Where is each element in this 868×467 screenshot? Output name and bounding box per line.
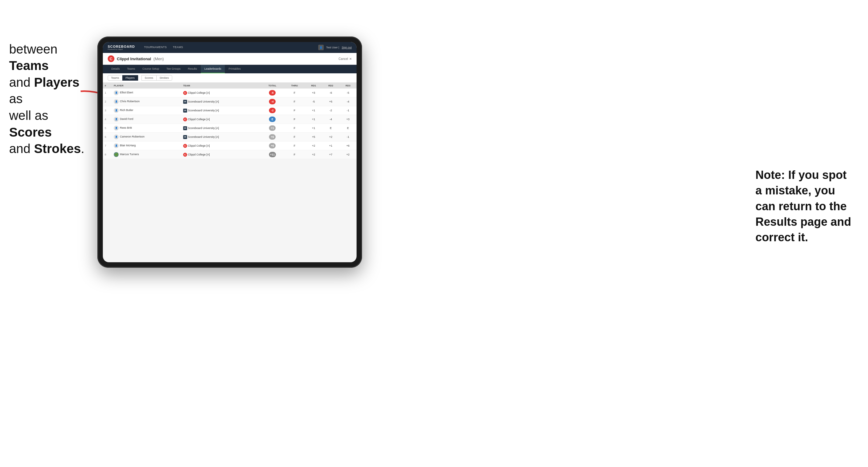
cell-rd1: +1 [305, 106, 322, 115]
leaderboard-table: # PLAYER TEAM TOTAL THRU RD1 RD2 RD3 1👤E… [103, 83, 356, 159]
team-logo-icon: SB [183, 135, 187, 139]
sign-out-link[interactable]: Sign out [342, 46, 352, 49]
cell-total: -4 [261, 97, 284, 106]
table-row: 3👤Rich ButlerSB Scoreboard University [A… [103, 106, 356, 115]
logo-subtitle: Powered by clippd [108, 49, 135, 50]
cell-player: 👤Elliot Ebert [112, 89, 181, 97]
cell-team: SB Scoreboard University [A] [181, 133, 261, 142]
cell-total: -8 [261, 89, 284, 97]
cell-total: +6 [261, 133, 284, 142]
app-header: SCOREBOARD Powered by clippd TOURNAMENTS… [103, 42, 356, 53]
cell-rd1: +3 [305, 89, 322, 97]
cell-player: 👤Rich Butler [112, 106, 181, 115]
cell-rd2: E [322, 124, 339, 133]
cell-thru: F [284, 150, 305, 159]
player-avatar: 👤 [114, 134, 119, 139]
cell-rd3: -1 [339, 133, 356, 142]
cell-thru: F [284, 133, 305, 142]
nav-tournaments[interactable]: TOURNAMENTS [141, 42, 170, 53]
cell-team: C Clippd College [A] [181, 150, 261, 159]
table-header: # PLAYER TEAM TOTAL THRU RD1 RD2 RD3 [103, 83, 356, 89]
subtab-players[interactable]: Players [122, 75, 138, 81]
left-annotation: between Teams and Players as well as Sco… [9, 24, 94, 157]
results-bold: Results [755, 215, 797, 228]
tab-teams[interactable]: Teams [124, 65, 139, 73]
cell-rd1: +1 [305, 115, 322, 124]
team-logo-icon: C [183, 118, 187, 121]
teams-bold: Teams [9, 58, 49, 73]
tab-tee-groups[interactable]: Tee Groups [163, 65, 184, 73]
cell-rd3: E [339, 124, 356, 133]
cell-total: E [261, 115, 284, 124]
subtab-teams[interactable]: Teams [108, 75, 123, 81]
cell-rd1: +1 [305, 124, 322, 133]
subtab-scores[interactable]: Scores [142, 75, 157, 81]
tablet-screen: SCOREBOARD Powered by clippd TOURNAMENTS… [103, 42, 356, 262]
col-rd2: RD2 [322, 83, 339, 89]
cell-thru: F [284, 124, 305, 133]
cell-rd2: +7 [322, 150, 339, 159]
subtab-strokes[interactable]: Strokes [156, 75, 173, 81]
cell-rd1: -5 [305, 97, 322, 106]
team-logo-icon: C [183, 144, 187, 148]
right-annotation: Note: If you spot a mistake, you can ret… [755, 167, 859, 245]
player-avatar: 👤 [114, 126, 119, 130]
cell-rd2: +2 [322, 133, 339, 142]
tab-course-setup[interactable]: Course Setup [139, 65, 163, 73]
col-total: TOTAL [261, 83, 284, 89]
tab-leaderboards[interactable]: Leaderboards [201, 65, 225, 73]
table-row: 4👤David FordC Clippd College [A]EF+1-4+3 [103, 115, 356, 124]
col-rd3: RD3 [339, 83, 356, 89]
cell-player: 🌿Marcus Turners [112, 150, 181, 159]
scoreboard-logo: SCOREBOARD Powered by clippd [108, 45, 135, 50]
player-avatar: 🌿 [114, 152, 119, 157]
score-badge: +6 [269, 143, 276, 149]
user-avatar: 👤 [318, 45, 324, 50]
cell-team: C Clippd College [A] [181, 142, 261, 150]
cell-rd2: +5 [322, 97, 339, 106]
score-badge: +6 [269, 134, 276, 139]
clippd-logo: C [108, 55, 114, 62]
col-rank: # [103, 83, 112, 89]
cell-rank: 5 [103, 124, 112, 133]
tab-printables[interactable]: Printables [225, 65, 244, 73]
cell-thru: F [284, 89, 305, 97]
tournament-title-area: C Clippd Invitational (Men) [108, 55, 164, 62]
header-right: 👤 Test User | Sign out [318, 45, 352, 50]
table-row: 1👤Elliot EbertC Clippd College [A]-8F+3-… [103, 89, 356, 97]
score-badge: E [269, 117, 276, 122]
cell-rd3: +2 [339, 150, 356, 159]
cell-total: +11 [261, 150, 284, 159]
player-avatar: 👤 [114, 108, 119, 113]
team-logo-icon: SB [183, 126, 187, 130]
team-logo-icon: C [183, 153, 187, 157]
cell-rd3: +3 [339, 115, 356, 124]
cell-rank: 8 [103, 150, 112, 159]
cell-team: C Clippd College [A] [181, 89, 261, 97]
tournament-header: C Clippd Invitational (Men) Cancel ✕ [103, 53, 356, 65]
table-row: 5👤Rees BrittSB Scoreboard University [A]… [103, 124, 356, 133]
team-logo-icon: C [183, 91, 187, 95]
sub-tabs: Teams Players Scores Strokes [103, 73, 356, 83]
cell-player: 👤Chris Robertson [112, 97, 181, 106]
cell-rd1: +5 [305, 133, 322, 142]
col-team: TEAM [181, 83, 261, 89]
cancel-button[interactable]: Cancel ✕ [339, 57, 352, 61]
table-row: 8🌿Marcus TurnersC Clippd College [A]+11F… [103, 150, 356, 159]
tablet-frame: SCOREBOARD Powered by clippd TOURNAMENTS… [97, 36, 362, 268]
player-avatar: 👤 [114, 143, 119, 148]
cell-team: SB Scoreboard University [A] [181, 124, 261, 133]
table-container: # PLAYER TEAM TOTAL THRU RD1 RD2 RD3 1👤E… [103, 83, 356, 159]
cell-rank: 6 [103, 133, 112, 142]
cell-rd3: -1 [339, 106, 356, 115]
cell-rank: 1 [103, 89, 112, 97]
nav-teams[interactable]: TEAMS [170, 42, 186, 53]
tab-details[interactable]: Details [108, 65, 124, 73]
col-thru: THRU [284, 83, 305, 89]
cell-thru: F [284, 142, 305, 150]
team-logo-icon: SB [183, 100, 187, 104]
table-row: 7👤Blair McHargC Clippd College [A]+6F+2+… [103, 142, 356, 150]
tab-results[interactable]: Results [184, 65, 201, 73]
close-icon: ✕ [349, 57, 352, 61]
cell-team: SB Scoreboard University [A] [181, 106, 261, 115]
